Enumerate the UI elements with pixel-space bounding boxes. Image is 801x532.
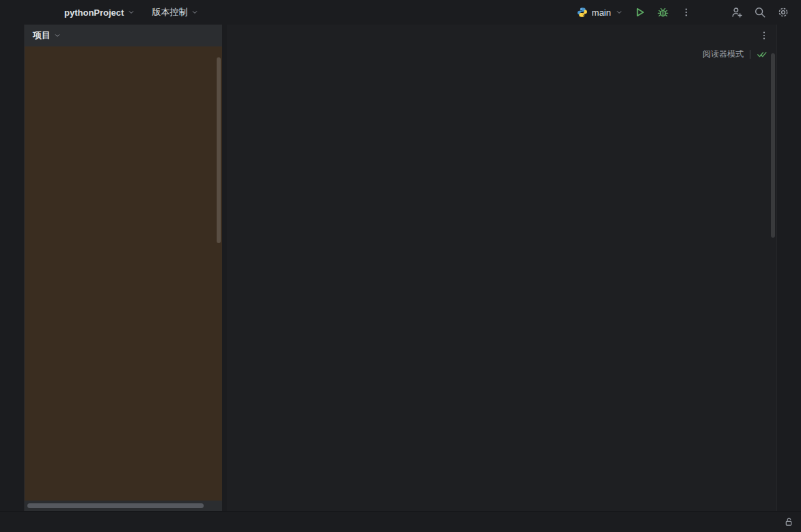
- chevron-down-icon: [127, 8, 135, 16]
- right-toolwindow-bar: [776, 25, 801, 511]
- run-configuration-selector[interactable]: main: [577, 7, 623, 18]
- reader-mode-divider: [750, 50, 750, 59]
- run-config-label: main: [592, 8, 611, 18]
- project-panel-title: 项目: [33, 29, 51, 42]
- main-area: 项目 阅读器模式: [0, 25, 801, 511]
- project-panel: 项目: [25, 25, 222, 511]
- vcs-menu[interactable]: 版本控制: [146, 3, 204, 21]
- settings-gear-icon[interactable]: [776, 5, 790, 19]
- editor-column: 阅读器模式: [227, 25, 776, 511]
- project-tree-vertical-scrollbar[interactable]: [217, 57, 221, 243]
- project-tree-horizontal-scrollbar[interactable]: [27, 503, 204, 508]
- reader-mode-widget: 阅读器模式: [703, 48, 767, 60]
- inspections-ok-icon[interactable]: [757, 49, 767, 59]
- unlock-icon[interactable]: [783, 516, 794, 527]
- vcs-menu-label: 版本控制: [152, 6, 187, 18]
- code-with-me-icon[interactable]: [730, 5, 744, 19]
- editor-tab-bar: [227, 25, 776, 46]
- project-tree: [25, 46, 222, 511]
- window-controls: [10, 8, 45, 16]
- left-toolwindow-bar: [0, 25, 25, 511]
- editor-vertical-scrollbar[interactable]: [771, 53, 775, 238]
- close-window-button[interactable]: [10, 8, 18, 16]
- titlebar: pythonProject 版本控制 main: [0, 0, 801, 25]
- pycharm-window: pythonProject 版本控制 main: [0, 0, 801, 532]
- reader-mode-button[interactable]: 阅读器模式: [703, 48, 744, 60]
- project-panel-header: 项目: [25, 25, 222, 46]
- run-button[interactable]: [633, 5, 647, 19]
- debug-button[interactable]: [656, 5, 670, 19]
- status-bar: [0, 511, 801, 532]
- project-panel-title-menu[interactable]: 项目: [33, 29, 62, 42]
- chevron-down-icon: [191, 8, 199, 16]
- more-actions-icon[interactable]: [679, 5, 693, 19]
- code-area[interactable]: [227, 46, 776, 511]
- titlebar-right: main: [577, 5, 801, 19]
- chevron-down-icon: [615, 8, 623, 16]
- project-tree-hscroll-track: [25, 501, 222, 511]
- python-logo-icon: [577, 7, 588, 18]
- panel-editor-splitter[interactable]: [222, 25, 227, 511]
- chevron-down-icon: [53, 31, 62, 40]
- minimize-window-button[interactable]: [23, 8, 31, 16]
- zoom-window-button[interactable]: [37, 8, 45, 16]
- editor[interactable]: 阅读器模式: [227, 46, 776, 511]
- tab-options-icon[interactable]: [759, 25, 776, 46]
- search-everywhere-icon[interactable]: [753, 5, 767, 19]
- project-menu[interactable]: pythonProject: [59, 5, 141, 20]
- project-menu-label: pythonProject: [64, 8, 124, 18]
